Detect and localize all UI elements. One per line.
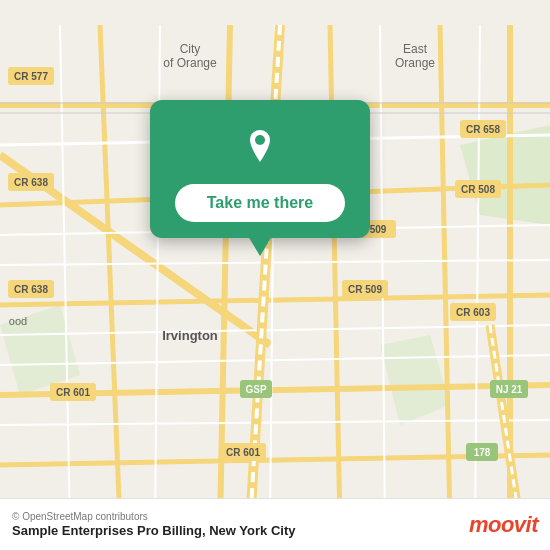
- svg-text:Irvington: Irvington: [162, 328, 218, 343]
- svg-text:CR 509: CR 509: [348, 284, 382, 295]
- svg-text:509: 509: [370, 224, 387, 235]
- map-roads: CR 577 CR 638 CR 638 CR 605 CR 658 CR 50…: [0, 0, 550, 550]
- bottom-bar: © OpenStreetMap contributors Sample Ente…: [0, 498, 550, 550]
- copyright-text: © OpenStreetMap contributors: [12, 511, 295, 522]
- map-container: CR 577 CR 638 CR 638 CR 605 CR 658 CR 50…: [0, 0, 550, 550]
- svg-text:NJ 21: NJ 21: [496, 384, 523, 395]
- location-pin-icon: [234, 120, 286, 172]
- svg-text:Orange: Orange: [395, 56, 435, 70]
- svg-point-69: [255, 135, 265, 145]
- svg-text:CR 601: CR 601: [56, 387, 90, 398]
- svg-text:CR 658: CR 658: [466, 124, 500, 135]
- svg-text:CR 601: CR 601: [226, 447, 260, 458]
- moovit-brand-text: moovit: [469, 512, 538, 538]
- svg-text:CR 638: CR 638: [14, 177, 48, 188]
- svg-text:East: East: [403, 42, 428, 56]
- svg-text:CR 603: CR 603: [456, 307, 490, 318]
- svg-text:178: 178: [474, 447, 491, 458]
- svg-text:GSP: GSP: [245, 384, 266, 395]
- bottom-left-info: © OpenStreetMap contributors Sample Ente…: [12, 511, 295, 538]
- svg-text:CR 508: CR 508: [461, 184, 495, 195]
- svg-text:CR 638: CR 638: [14, 284, 48, 295]
- moovit-logo: moovit: [469, 512, 538, 538]
- svg-text:ood: ood: [9, 315, 27, 327]
- svg-text:CR 577: CR 577: [14, 71, 48, 82]
- popup-card: Take me there: [150, 100, 370, 238]
- svg-text:of Orange: of Orange: [163, 56, 217, 70]
- location-name: Sample Enterprises Pro Billing, New York…: [12, 523, 295, 538]
- take-me-there-button[interactable]: Take me there: [175, 184, 345, 222]
- svg-text:City: City: [180, 42, 201, 56]
